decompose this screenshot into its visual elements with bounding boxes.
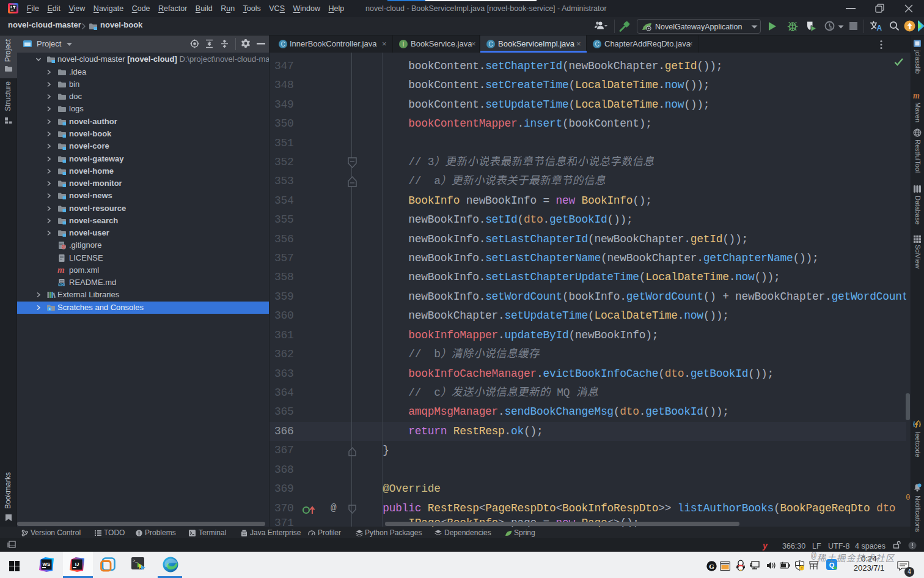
- svg-text:s: s: [49, 307, 51, 311]
- svg-text:MD: MD: [59, 283, 64, 286]
- svg-text:I: I: [403, 41, 405, 48]
- svg-text:A: A: [877, 24, 882, 32]
- svg-text:G: G: [709, 563, 714, 570]
- svg-text:IJ: IJ: [75, 561, 79, 567]
- svg-text:C: C: [280, 41, 285, 48]
- svg-text:C: C: [595, 41, 599, 48]
- svg-text:C: C: [488, 41, 493, 48]
- svg-text:>_: >_: [133, 558, 138, 563]
- svg-text:WS: WS: [43, 561, 51, 567]
- svg-text:!: !: [801, 566, 802, 570]
